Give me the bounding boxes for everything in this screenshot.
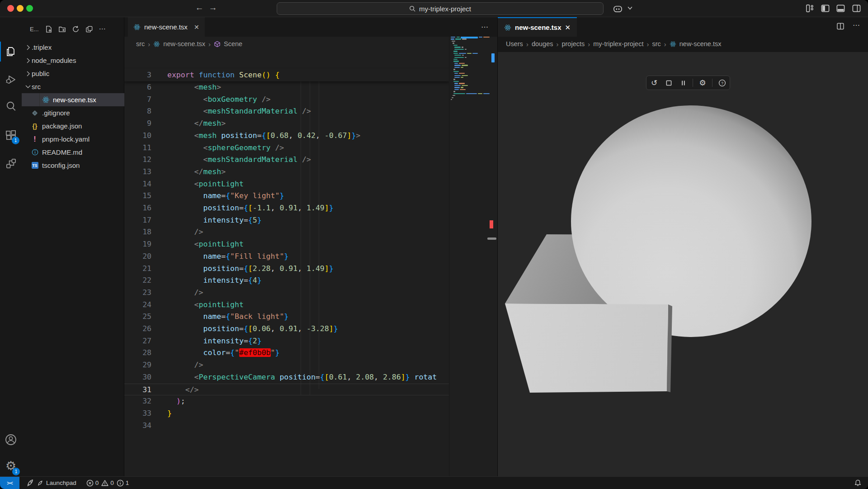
code-line[interactable]: 10 <mesh position={[0.68, 0.42, -0.67]}> bbox=[124, 130, 449, 142]
gear-icon[interactable]: ⚙ bbox=[698, 78, 708, 88]
breadcrumb-file[interactable]: new-scene.tsx bbox=[679, 40, 722, 47]
react-icon bbox=[670, 41, 676, 47]
macos-close-button[interactable] bbox=[7, 5, 14, 12]
split-editor-icon[interactable] bbox=[836, 22, 844, 30]
code-line[interactable]: 24 <pointLight bbox=[124, 299, 449, 311]
tree-item-gitignore-file[interactable]: .gitignore bbox=[22, 106, 124, 119]
refresh-icon[interactable] bbox=[72, 25, 80, 33]
more-actions-icon[interactable]: ⋯ bbox=[99, 25, 107, 33]
code-line[interactable]: 28 color={"#ef0b0b"} bbox=[124, 347, 449, 359]
undo-icon[interactable]: ↺ bbox=[649, 78, 659, 88]
code-line[interactable]: 23 /> bbox=[124, 287, 449, 299]
code-line[interactable]: 7 <boxGeometry /> bbox=[124, 94, 449, 106]
code-line[interactable]: 11 <sphereGeometry /> bbox=[124, 142, 449, 154]
pause-icon[interactable] bbox=[678, 78, 688, 88]
code-line[interactable]: 34 bbox=[124, 420, 449, 432]
tree-item-src-folder[interactable]: src bbox=[22, 80, 124, 93]
macos-zoom-button[interactable] bbox=[26, 5, 33, 12]
breadcrumb-projects[interactable]: projects bbox=[561, 40, 585, 47]
sidebar-item-search[interactable] bbox=[0, 95, 22, 117]
code-line[interactable]: 29 /> bbox=[124, 359, 449, 371]
macos-minimize-button[interactable] bbox=[17, 5, 24, 12]
launchpad-button[interactable]: Launchpad bbox=[23, 477, 80, 489]
minimap-line bbox=[466, 93, 477, 94]
sphere-mesh[interactable] bbox=[571, 105, 811, 337]
notifications-bell-icon[interactable] bbox=[854, 479, 862, 487]
code-line[interactable]: 25 name={"Back light"} bbox=[124, 311, 449, 323]
history-forward-button[interactable]: → bbox=[207, 3, 219, 13]
code-line[interactable]: 20 name={"Fill light"} bbox=[124, 251, 449, 263]
collapse-folders-icon[interactable] bbox=[85, 25, 93, 33]
code-line[interactable]: 27 intensity={2} bbox=[124, 335, 449, 347]
scrollbar-handle[interactable] bbox=[487, 237, 496, 240]
tree-item-pnpm-lock-file[interactable]: ! pnpm-lock.yaml bbox=[22, 133, 124, 146]
close-icon[interactable]: ✕ bbox=[194, 24, 199, 31]
yaml-bang-icon: ! bbox=[31, 135, 39, 143]
sidebar-item-run-debug[interactable] bbox=[0, 69, 22, 90]
tree-item-readme-file[interactable]: README.md bbox=[22, 146, 124, 159]
code-line[interactable]: 14 <pointLight bbox=[124, 178, 449, 190]
line-number: 9 bbox=[124, 118, 151, 130]
tree-item-triplex-folder[interactable]: .triplex bbox=[22, 41, 124, 54]
scene-viewport[interactable]: ↺ ⚙ ? bbox=[498, 52, 868, 476]
editor-more-actions-icon[interactable]: ⋯ bbox=[481, 23, 489, 31]
new-file-icon[interactable] bbox=[45, 25, 52, 33]
tree-item-node-modules-folder[interactable]: node_modules bbox=[22, 54, 124, 67]
frame-scene-icon[interactable] bbox=[664, 78, 674, 88]
code-line[interactable]: 13 </mesh> bbox=[124, 166, 449, 178]
settings-button[interactable]: ⚙ 1 bbox=[0, 455, 22, 477]
minimap[interactable] bbox=[451, 37, 491, 132]
toggle-panel-icon[interactable] bbox=[836, 4, 845, 13]
tab-new-scene[interactable]: new-scene.tsx ✕ bbox=[128, 17, 205, 37]
code-line[interactable]: 6 <mesh> bbox=[124, 81, 449, 94]
code-line[interactable]: 31 </> bbox=[124, 384, 449, 396]
command-center-search[interactable]: my-triplex-project bbox=[277, 2, 604, 15]
copilot-icon[interactable] bbox=[613, 4, 623, 14]
remote-indicator[interactable]: >< bbox=[0, 477, 19, 489]
code-line[interactable]: 22 intensity={4} bbox=[124, 275, 449, 287]
code-line[interactable]: 30 <PerspectiveCamera position={[0.61, 2… bbox=[124, 371, 449, 384]
new-folder-icon[interactable] bbox=[58, 25, 66, 33]
tree-item-tsconfig-file[interactable]: TS tsconfig.json bbox=[22, 159, 124, 172]
panel-breadcrumb: Users› douges› projects› my-triplex-proj… bbox=[506, 37, 721, 51]
code-editor[interactable]: 3export function Scene() {6 <mesh>7 <box… bbox=[124, 51, 449, 476]
breadcrumb-project[interactable]: my-triplex-project bbox=[593, 40, 643, 47]
toggle-primary-sidebar-icon[interactable] bbox=[821, 4, 830, 13]
code-line[interactable]: 18 /> bbox=[124, 226, 449, 238]
code-line[interactable]: 9 </mesh> bbox=[124, 118, 449, 130]
tree-item-package-json-file[interactable]: {} package.json bbox=[22, 119, 124, 133]
code-line[interactable]: 16 position={[-1.1, 0.91, 1.49]} bbox=[124, 202, 449, 214]
code-line[interactable]: 32 ); bbox=[124, 395, 449, 408]
accounts-button[interactable] bbox=[0, 429, 22, 451]
sticky-code-line[interactable]: 3export function Scene() { bbox=[124, 69, 449, 81]
code-line[interactable]: 15 name={"Key light"} bbox=[124, 190, 449, 202]
code-text: ); bbox=[167, 395, 185, 408]
code-line[interactable]: 17 intensity={5} bbox=[124, 214, 449, 227]
breadcrumb-users[interactable]: Users bbox=[506, 40, 523, 47]
tree-item-public-folder[interactable]: public bbox=[22, 67, 124, 80]
breadcrumb-symbol[interactable]: Scene bbox=[224, 40, 242, 47]
history-back-button[interactable]: ← bbox=[193, 3, 205, 13]
more-actions-icon[interactable]: ⋯ bbox=[853, 21, 861, 30]
problems-button[interactable]: 0 0 1 bbox=[83, 477, 133, 489]
tab-new-scene-panel[interactable]: new-scene.tsx ✕ bbox=[498, 17, 577, 37]
close-icon[interactable]: ✕ bbox=[565, 24, 571, 32]
chevron-down-icon[interactable] bbox=[627, 6, 632, 10]
sidebar-item-extensions[interactable]: 1 bbox=[0, 125, 22, 147]
code-line[interactable]: 26 position={[0.06, 0.91, -3.28]} bbox=[124, 323, 449, 335]
breadcrumb-src[interactable]: src bbox=[652, 40, 660, 47]
breadcrumb-src[interactable]: src bbox=[136, 40, 145, 47]
code-line[interactable]: 19 <pointLight bbox=[124, 238, 449, 251]
code-line[interactable]: 33} bbox=[124, 408, 449, 420]
code-line[interactable]: 12 <meshStandardMaterial /> bbox=[124, 154, 449, 166]
breadcrumb-file[interactable]: new-scene.tsx bbox=[163, 40, 205, 47]
code-line[interactable]: 21 position={[2.28, 0.91, 1.49]} bbox=[124, 263, 449, 275]
tree-item-new-scene-file[interactable]: new-scene.tsx bbox=[22, 93, 124, 106]
help-icon[interactable]: ? bbox=[717, 78, 727, 88]
customize-layout-icon[interactable] bbox=[805, 4, 815, 13]
sidebar-item-hierarchy[interactable] bbox=[0, 152, 22, 174]
code-line[interactable]: 8 <meshStandardMaterial /> bbox=[124, 105, 449, 118]
toggle-secondary-sidebar-icon[interactable] bbox=[852, 4, 861, 13]
sidebar-item-explorer[interactable] bbox=[0, 41, 22, 62]
breadcrumb-douges[interactable]: douges bbox=[532, 40, 553, 47]
